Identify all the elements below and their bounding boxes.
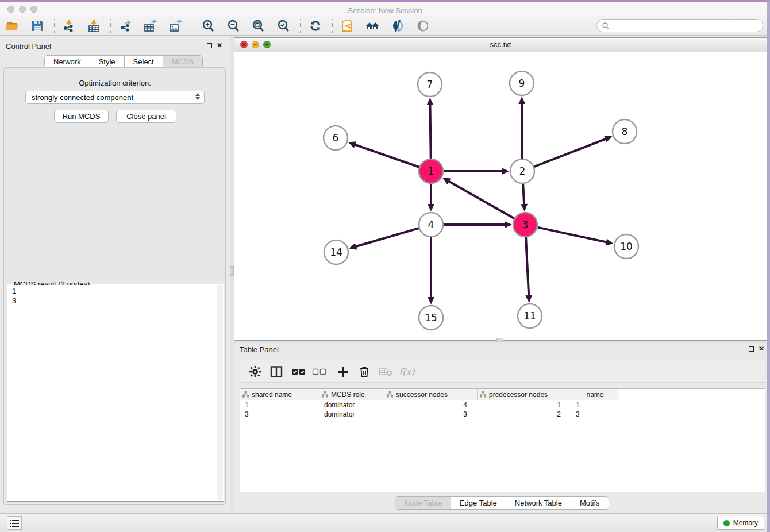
delete-column-icon[interactable]: [356, 364, 372, 379]
edge-1-6[interactable]: [354, 144, 419, 167]
table-panel-float-icon[interactable]: [749, 346, 754, 352]
node-label-1: 1: [428, 165, 434, 177]
open-session-icon[interactable]: [5, 18, 20, 33]
arrowhead-2-3: [521, 204, 528, 211]
eye-icon[interactable]: [415, 18, 430, 33]
control-panel-tabs: NetworkStyleSelectMCDS: [44, 55, 203, 68]
table-cell[interactable]: 3: [571, 410, 619, 419]
graphics-details-icon[interactable]: [390, 18, 405, 33]
edge-2-8[interactable]: [534, 138, 607, 167]
select-all-icon[interactable]: [291, 364, 307, 379]
search-input[interactable]: [612, 21, 763, 30]
tab-network-table[interactable]: Network Table: [506, 497, 571, 509]
table-cell[interactable]: 3: [240, 410, 319, 419]
control-panel-float-icon[interactable]: [207, 43, 212, 48]
delete-table-icon[interactable]: [378, 364, 394, 379]
memory-button[interactable]: Memory: [717, 516, 764, 530]
edge-1-7[interactable]: [430, 104, 430, 159]
tab-mcds[interactable]: MCDS: [163, 56, 202, 68]
clone-network-icon[interactable]: [340, 18, 355, 33]
column-type-icon: [322, 391, 328, 398]
arrowhead-1-6: [348, 141, 356, 148]
table-panel-close-icon[interactable]: ✕: [759, 345, 764, 353]
table-panel-title: Table Panel: [240, 345, 279, 354]
app-titlebar: Session: New Session: [0, 2, 770, 17]
tab-node-table[interactable]: Node Table: [395, 497, 451, 509]
mcds-result-group: MCDS result (2 nodes) 13: [7, 284, 224, 502]
column-view-icon[interactable]: [268, 364, 284, 379]
table-cell[interactable]: dominator: [319, 400, 384, 410]
horizontal-splitter-handle[interactable]: [496, 338, 503, 342]
task-history-button[interactable]: [7, 516, 22, 530]
zoom-out-icon[interactable]: [226, 18, 241, 33]
apply-layout-icon[interactable]: [308, 18, 323, 33]
edge-3-1[interactable]: [448, 181, 514, 218]
column-header-label: predecessor nodes: [489, 391, 548, 399]
tab-style[interactable]: Style: [90, 56, 125, 68]
export-image-icon[interactable]: [168, 18, 183, 33]
table-cell[interactable]: 1: [571, 400, 619, 410]
column-header-successor-nodes[interactable]: successor nodes: [384, 389, 478, 400]
add-column-icon[interactable]: [335, 364, 351, 379]
arrowhead-4-15: [428, 297, 434, 304]
function-builder-icon[interactable]: f(x): [399, 364, 415, 379]
node-table-header: shared nameMCDS rolesuccessor nodesprede…: [240, 389, 765, 400]
search-icon: [602, 22, 610, 30]
import-table-icon[interactable]: [86, 18, 101, 33]
column-header-MCDS-role[interactable]: MCDS role: [319, 389, 384, 400]
table-cell[interactable]: dominator: [319, 410, 384, 419]
table-cell[interactable]: 1: [478, 400, 571, 410]
import-network-icon[interactable]: [61, 18, 76, 33]
table-cell[interactable]: 4: [384, 400, 478, 410]
result-scrollbar[interactable]: [217, 285, 223, 500]
tab-network[interactable]: Network: [45, 56, 90, 68]
edge-4-14[interactable]: [355, 228, 419, 246]
edge-2-3[interactable]: [523, 184, 524, 205]
tab-motifs[interactable]: Motifs: [571, 497, 609, 509]
optimization-criterion-dropdown[interactable]: strongly connected component: [25, 91, 205, 104]
table-row[interactable]: 3dominator323: [240, 410, 765, 419]
toolbar-separator: [110, 19, 111, 33]
tab-select[interactable]: Select: [125, 56, 163, 68]
zoom-fit-icon[interactable]: [251, 18, 265, 33]
column-header-label: successor nodes: [396, 391, 448, 399]
export-table-icon[interactable]: [143, 18, 157, 33]
mcds-result-list[interactable]: 13: [8, 285, 217, 500]
node-label-4: 4: [428, 219, 434, 230]
export-network-icon[interactable]: [118, 18, 133, 33]
network-window-titlebar[interactable]: ✕ − + scc.txt: [234, 38, 767, 52]
save-session-icon[interactable]: [30, 18, 45, 33]
arrowhead-2-9: [518, 97, 525, 104]
run-mcds-button[interactable]: Run MCDS: [54, 110, 109, 123]
app-title: Session: New Session: [0, 6, 770, 15]
column-header-name[interactable]: name: [571, 389, 619, 400]
network-window-title: scc.txt: [234, 40, 767, 49]
column-header-predecessor-nodes[interactable]: predecessor nodes: [478, 389, 571, 400]
table-panel: Table Panel ✕ f(x) shared nameMCDS roles…: [234, 343, 770, 513]
tab-edge-table[interactable]: Edge Table: [451, 497, 506, 509]
table-row[interactable]: 1dominator411: [240, 400, 765, 410]
table-cell[interactable]: 2: [478, 410, 571, 419]
table-cell[interactable]: 1: [240, 400, 319, 410]
settings-gear-icon[interactable]: [247, 364, 263, 379]
table-toolbar: f(x): [240, 360, 765, 383]
control-panel-close-icon[interactable]: ✕: [217, 41, 222, 49]
table-cell[interactable]: 3: [384, 410, 478, 419]
arrowhead-1-7: [426, 98, 433, 105]
edge-3-10[interactable]: [538, 228, 607, 242]
edge-3-11[interactable]: [526, 237, 529, 296]
column-header-label: shared name: [252, 391, 292, 399]
zoom-selected-icon[interactable]: [276, 18, 291, 33]
deselect-all-icon[interactable]: [311, 364, 328, 379]
edge-2-9[interactable]: [522, 103, 522, 159]
network-canvas[interactable]: 7968124314101511: [234, 52, 767, 340]
node-table-body: 1dominator4113dominator323: [240, 400, 765, 419]
close-panel-button[interactable]: Close panel: [116, 110, 176, 123]
toolbar-search[interactable]: [596, 19, 763, 32]
reset-view-icon[interactable]: [365, 18, 380, 33]
arrowhead-3-11: [525, 295, 532, 303]
column-header-shared-name[interactable]: shared name: [240, 389, 319, 400]
zoom-in-icon[interactable]: [201, 18, 215, 33]
node-label-8: 8: [622, 126, 628, 137]
vertical-splitter-handle[interactable]: [230, 266, 234, 276]
